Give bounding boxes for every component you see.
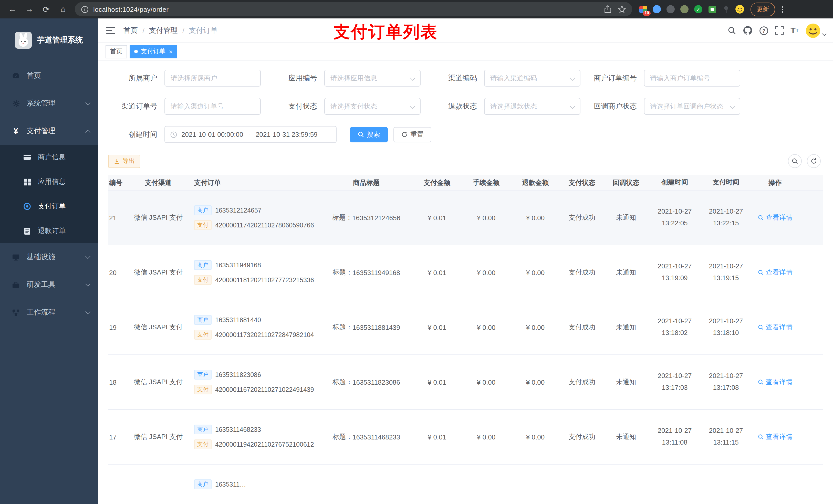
merchant-select[interactable] [164, 70, 261, 87]
app-frame: 芋道管理系统 首页 系统管理 ¥ 支付管理 [0, 19, 833, 504]
github-icon[interactable] [743, 26, 753, 35]
bookmark-star-icon[interactable] [618, 5, 626, 13]
browser-menu-icon[interactable] [780, 4, 785, 15]
table-row[interactable]: 商户 1635311… 支付 标题： 查看详情 [108, 464, 823, 504]
filter-row-2: 渠道订单号 支付状态 退款状态 [108, 98, 823, 115]
font-size-icon[interactable]: TT [790, 26, 799, 34]
view-detail-link[interactable]: 查看详情 [758, 323, 792, 332]
extension-colorful-icon[interactable]: 10 [638, 5, 647, 14]
filter-label: 退款状态 [428, 102, 484, 111]
sidebar-item-label: 退款订单 [38, 226, 66, 236]
browser-update-button[interactable]: 更新 [751, 2, 775, 16]
pay-order-line: 支付 4200001167202110271022491439 [193, 385, 314, 394]
app-logo[interactable]: 芋道管理系统 [0, 19, 98, 62]
sidebar-item-pay-order[interactable]: 支付订单 [0, 194, 98, 219]
back-icon[interactable]: ← [5, 2, 20, 16]
filter-field-notify-status: 回调商户状态 [588, 98, 740, 115]
table-row[interactable]: 20 微信 JSAPI 支付 商户 1635311949168 支付 42000… [108, 245, 823, 300]
channel-order-no-input[interactable] [171, 102, 255, 110]
view-detail-link[interactable]: 查看详情 [758, 268, 792, 277]
notify-status-select[interactable] [644, 98, 740, 115]
merchant-order-no-input[interactable] [650, 74, 734, 82]
app-no-input[interactable] [330, 74, 414, 82]
cell-pay-order: 商户 1635311… 支付 [191, 479, 320, 504]
sidebar-item-label: 商户信息 [38, 153, 66, 162]
address-bar[interactable]: localhost:1024/pay/order [75, 2, 632, 16]
title-prefix: 标题： [332, 378, 353, 387]
view-detail-link[interactable]: 查看详情 [758, 378, 792, 387]
merchant-input[interactable] [171, 74, 255, 82]
navbar-actions: ? TT [728, 23, 833, 38]
filter-label: 应用编号 [268, 73, 324, 83]
refresh-icon[interactable]: ⟳ [39, 2, 53, 16]
fullscreen-icon[interactable] [775, 26, 784, 35]
tab-home[interactable]: 首页 [105, 45, 127, 58]
refresh-table-icon[interactable] [807, 154, 821, 168]
pay-badge: 支付 [194, 275, 212, 285]
reset-button[interactable]: 重置 [394, 127, 431, 142]
cell-pay-status: 支付成功 [560, 268, 604, 277]
refund-status-select[interactable] [484, 98, 580, 115]
tab-close-icon[interactable]: × [169, 48, 173, 54]
date-range-picker[interactable]: 2021-10-01 00:00:00 - 2021-10-31 23:59:5… [164, 126, 337, 143]
pay-status-select[interactable] [324, 98, 421, 115]
browser-profile-avatar[interactable] [735, 5, 744, 14]
cell-title: 标题： [320, 487, 412, 496]
view-detail-link[interactable]: 查看详情 [758, 213, 792, 222]
sidebar-item-devtools[interactable]: 研发工具 [0, 271, 98, 298]
view-detail-link[interactable]: 查看详情 [758, 432, 792, 441]
extension-check-icon[interactable]: ✓ [694, 5, 703, 14]
cell-pay-status: 支付成功 [560, 378, 604, 387]
table-row[interactable]: 17 微信 JSAPI 支付 商户 1635311468233 支付 42000… [108, 410, 823, 464]
cell-fee: ¥ 0.00 [461, 269, 511, 276]
help-icon[interactable]: ? [759, 26, 768, 35]
hamburger-icon[interactable] [98, 19, 123, 43]
avatar-caret-icon [822, 31, 827, 36]
app-no-select[interactable] [324, 70, 421, 87]
sidebar-item-system[interactable]: 系统管理 [0, 90, 98, 117]
cell-action: 查看详情 [751, 487, 800, 496]
extension-drop-icon[interactable] [652, 5, 661, 14]
breadcrumb-section[interactable]: 支付管理 [149, 26, 178, 35]
card-icon [23, 153, 32, 161]
channel-code-select[interactable] [484, 70, 580, 87]
extension-chat-icon[interactable] [708, 5, 717, 14]
header-search-icon[interactable] [728, 26, 736, 35]
extension-dark-icon[interactable] [666, 5, 675, 14]
table-row[interactable]: 19 微信 JSAPI 支付 商户 1635311881440 支付 42000… [108, 300, 823, 355]
user-avatar[interactable] [805, 23, 826, 38]
refund-status-input[interactable] [490, 102, 574, 110]
cell-title: 标题：1635311468233 [320, 432, 412, 441]
tab-pay-order[interactable]: 支付订单 × [129, 45, 177, 58]
export-button[interactable]: 导出 [108, 154, 140, 168]
sidebar-item-label: 支付订单 [38, 202, 66, 211]
merchant-order-line: 商户 1635311881440 [193, 315, 261, 325]
search-button[interactable]: 搜索 [350, 127, 388, 142]
home-icon[interactable]: ⌂ [56, 2, 70, 16]
sidebar-item-merchant-info[interactable]: 商户信息 [0, 145, 98, 170]
sidebar-item-infra[interactable]: 基础设施 [0, 243, 98, 271]
cell-amount: ¥ 0.01 [412, 378, 461, 386]
table-row[interactable]: 21 微信 JSAPI 支付 商户 1635312124657 支付 42000… [108, 191, 823, 245]
channel-code-input[interactable] [490, 74, 574, 82]
site-info-icon[interactable] [81, 5, 89, 13]
channel-order-no-field[interactable] [164, 98, 261, 115]
extension-olive-icon[interactable] [680, 5, 689, 14]
toggle-search-icon[interactable] [788, 154, 802, 168]
breadcrumb-home[interactable]: 首页 [123, 26, 138, 35]
sidebar-item-workflow[interactable]: 工作流程 [0, 298, 98, 326]
share-icon[interactable] [604, 5, 612, 13]
pay-status-input[interactable] [330, 102, 414, 110]
table-row[interactable]: 18 微信 JSAPI 支付 商户 1635311823086 支付 42000… [108, 355, 823, 410]
col-amount: 支付金额 [412, 178, 461, 187]
forward-icon[interactable]: → [22, 2, 37, 16]
notify-status-input[interactable] [650, 102, 734, 110]
extension-pin-icon[interactable] [721, 5, 731, 14]
merchant-order-no-field[interactable] [644, 70, 740, 87]
gear-icon [11, 100, 21, 107]
chevron-down-icon [85, 100, 90, 105]
sidebar-item-payment[interactable]: ¥ 支付管理 [0, 117, 98, 145]
sidebar-item-app-info[interactable]: 应用信息 [0, 170, 98, 194]
sidebar-item-refund-order[interactable]: 退款订单 [0, 219, 98, 243]
sidebar-item-home[interactable]: 首页 [0, 62, 98, 90]
